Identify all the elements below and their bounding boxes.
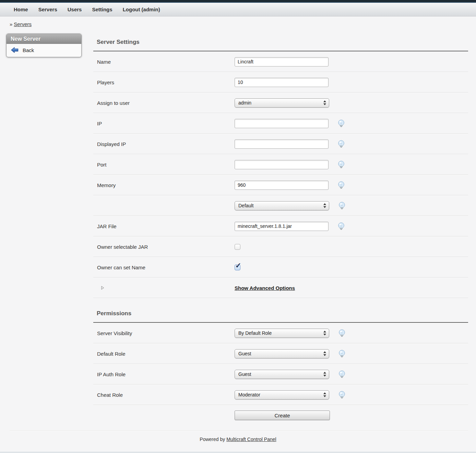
cheat-role-label: Cheat Role (97, 392, 235, 398)
name-input[interactable] (235, 57, 329, 66)
nav-item-home[interactable]: Home (14, 7, 28, 12)
window-bottom-strip (0, 452, 476, 453)
form-row-players: Players (93, 72, 468, 92)
checkmark-icon: ✓ (235, 261, 241, 270)
displayed-ip-label: Displayed IP (97, 141, 235, 147)
main-nav: Home Servers Users Settings Logout (admi… (0, 3, 476, 16)
form-row-displayed-ip: Displayed IP (93, 134, 468, 154)
port-input[interactable] (235, 160, 329, 169)
select-value: admin (238, 100, 251, 106)
select-value: Default (238, 203, 253, 208)
permissions-section: Permissions Server Visibility By Default… (93, 310, 468, 425)
show-advanced-options-link[interactable]: Show Advanced Options (235, 285, 295, 291)
jar-file-label: JAR File (97, 223, 235, 229)
multicraft-link[interactable]: Multicraft Control Panel (226, 437, 276, 442)
help-bulb-icon[interactable] (338, 391, 346, 399)
back-button[interactable]: Back (7, 44, 81, 57)
back-arrow-icon (11, 47, 19, 53)
default-role-label: Default Role (97, 351, 235, 357)
select-updown-arrows-icon (323, 392, 326, 397)
form-row-advanced-options: Show Advanced Options (93, 278, 468, 298)
select-updown-arrows-icon (323, 351, 326, 356)
assign-to-user-label: Assign to user (97, 100, 235, 106)
row-separator (93, 298, 468, 298)
displayed-ip-input[interactable] (235, 139, 329, 149)
players-label: Players (97, 79, 235, 85)
form-row-cheat-role: Cheat Role Moderator (93, 385, 468, 405)
ip-auth-role-select[interactable]: Guest (235, 370, 329, 379)
nav-item-users[interactable]: Users (68, 7, 82, 12)
select-value: Guest (238, 351, 251, 356)
help-bulb-icon[interactable] (337, 222, 345, 230)
help-bulb-icon[interactable] (338, 370, 346, 378)
jar-file-input[interactable] (235, 222, 329, 231)
window-top-strip (0, 0, 476, 3)
owner-selectable-jar-checkbox[interactable]: ✓ (235, 244, 240, 250)
create-button[interactable]: Create (235, 411, 330, 420)
ip-auth-role-label: IP Auth Role (97, 371, 235, 377)
back-button-label: Back (23, 47, 34, 53)
nav-item-servers[interactable]: Servers (38, 7, 57, 12)
owner-can-set-name-label: Owner can set Name (97, 265, 235, 270)
form-row-memory: Memory (93, 175, 468, 195)
form-row-assign-to-user: Assign to user admin (93, 93, 468, 113)
footer-divider (10, 430, 468, 431)
name-label: Name (97, 59, 235, 65)
sidebar-panel: New Server Back (6, 34, 82, 57)
form-row-ip-auth-role: IP Auth Role Guest (93, 364, 468, 384)
form-row-port: Port (93, 155, 468, 174)
form-row-ip: IP (93, 113, 468, 133)
form-row-default-role: Default Role Guest (93, 344, 468, 364)
help-bulb-icon[interactable] (337, 160, 345, 169)
nav-item-settings[interactable]: Settings (92, 7, 112, 12)
form-row-server-visibility: Server Visibility By Default Role (93, 323, 468, 343)
breadcrumb: »Servers (10, 21, 476, 27)
breadcrumb-servers-link[interactable]: Servers (14, 21, 32, 27)
powered-by-text: Powered by (200, 437, 225, 442)
owner-selectable-jar-label: Owner selectable JAR (97, 244, 235, 250)
form-row-default-option: Default (93, 196, 468, 216)
footer: Powered by Multicraft Control Panel (0, 437, 476, 442)
select-updown-arrows-icon (323, 330, 326, 336)
memory-input[interactable] (235, 181, 329, 190)
form-row-name: Name (93, 52, 468, 72)
select-updown-arrows-icon (323, 371, 326, 377)
server-visibility-label: Server Visibility (97, 330, 235, 336)
memory-label: Memory (97, 182, 235, 188)
form-row-owner-selectable-jar: Owner selectable JAR ✓ (93, 237, 468, 257)
form-row-jar-file: JAR File (93, 216, 468, 236)
section-title-permissions: Permissions (97, 310, 468, 317)
help-bulb-icon[interactable] (337, 181, 345, 189)
ip-label: IP (97, 121, 235, 126)
advanced-disclosure[interactable] (97, 285, 235, 291)
players-input[interactable] (235, 78, 329, 87)
main-content: Server Settings Name Players Assign to u… (93, 36, 468, 425)
assign-to-user-select[interactable]: admin (235, 98, 329, 108)
select-updown-arrows-icon (323, 100, 326, 106)
help-bulb-icon[interactable] (337, 119, 345, 127)
port-label: Port (97, 162, 235, 168)
select-value: Moderator (238, 392, 260, 397)
default-role-select[interactable]: Guest (235, 349, 329, 358)
help-bulb-icon[interactable] (338, 201, 346, 210)
nav-item-logout[interactable]: Logout (admin) (123, 7, 160, 12)
help-bulb-icon[interactable] (338, 329, 346, 337)
select-value: By Default Role (238, 330, 272, 336)
select-value: Guest (238, 371, 251, 377)
sidebar-panel-title: New Server (7, 34, 81, 44)
breadcrumb-symbol: » (10, 21, 12, 27)
select-updown-arrows-icon (323, 203, 326, 208)
section-title-server-settings: Server Settings (97, 39, 468, 46)
form-row-owner-can-set-name: Owner can set Name ✓ (93, 257, 468, 277)
owner-can-set-name-checkbox[interactable]: ✓ (235, 265, 240, 270)
cheat-role-select[interactable]: Moderator (235, 390, 329, 400)
form-row-create: Create (93, 405, 468, 425)
ip-input[interactable] (235, 119, 329, 128)
help-bulb-icon[interactable] (337, 140, 345, 148)
disclosure-triangle-icon (101, 286, 104, 290)
server-visibility-select[interactable]: By Default Role (235, 329, 329, 338)
default-option-select[interactable]: Default (235, 201, 329, 210)
help-bulb-icon[interactable] (338, 350, 346, 358)
